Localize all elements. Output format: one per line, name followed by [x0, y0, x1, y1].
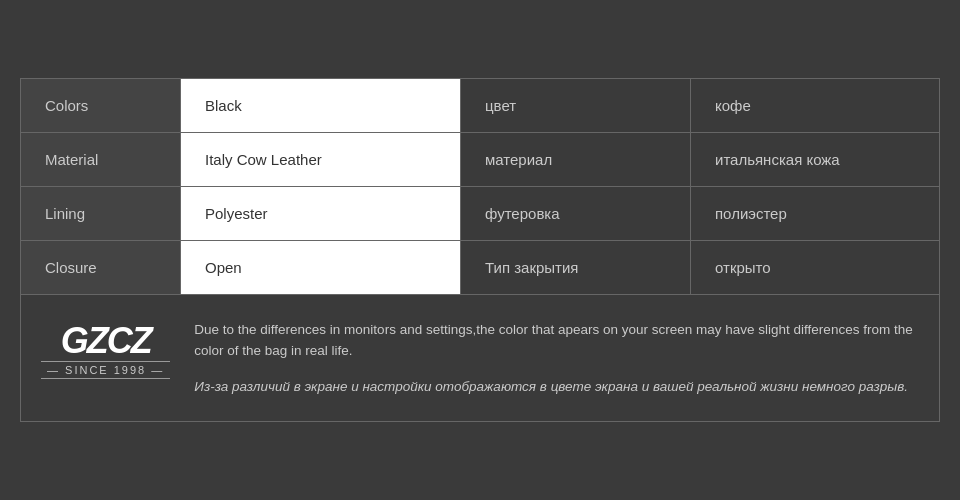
cell-label-2: Lining [21, 187, 181, 240]
table-row: Lining Polyester футеровка полиэстер [21, 187, 939, 241]
cell-value-1: Italy Cow Leather [181, 133, 461, 186]
logo-since: — SINCE 1998 — [41, 361, 170, 379]
footer-section: GZCZ — SINCE 1998 — Due to the differenc… [21, 295, 939, 422]
cell-ru-value-0: кофе [691, 79, 939, 132]
cell-ru-value-2: полиэстер [691, 187, 939, 240]
cell-label-3: Closure [21, 241, 181, 294]
footer-text-russian: Из-за различий в экране и настройки отоб… [194, 376, 919, 398]
cell-value-3: Open [181, 241, 461, 294]
product-table: Colors Black цвет кофе Material Italy Co… [21, 79, 939, 295]
footer-description: Due to the differences in monitors and s… [194, 319, 919, 398]
cell-ru-value-3: открыто [691, 241, 939, 294]
main-container: Colors Black цвет кофе Material Italy Co… [20, 78, 940, 423]
table-row: Closure Open Тип закрытия открыто [21, 241, 939, 295]
table-row: Material Italy Cow Leather материал итал… [21, 133, 939, 187]
cell-value-0: Black [181, 79, 461, 132]
cell-label-0: Colors [21, 79, 181, 132]
cell-ru-label-3: Тип закрытия [461, 241, 691, 294]
cell-ru-label-0: цвет [461, 79, 691, 132]
cell-ru-value-1: итальянская кожа [691, 133, 939, 186]
footer-text-english: Due to the differences in monitors and s… [194, 319, 919, 362]
brand-logo: GZCZ — SINCE 1998 — [41, 319, 170, 379]
cell-ru-label-1: материал [461, 133, 691, 186]
table-row: Colors Black цвет кофе [21, 79, 939, 133]
logo-text: GZCZ [61, 323, 151, 359]
cell-label-1: Material [21, 133, 181, 186]
cell-ru-label-2: футеровка [461, 187, 691, 240]
cell-value-2: Polyester [181, 187, 461, 240]
